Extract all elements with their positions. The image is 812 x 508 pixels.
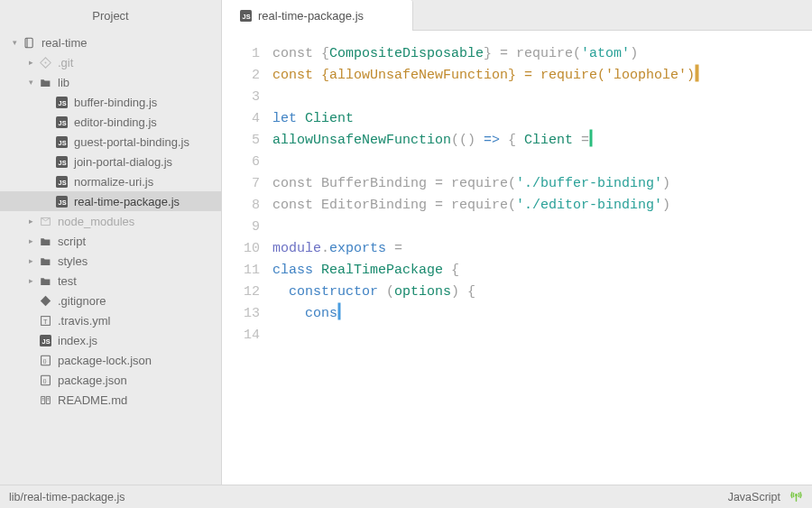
svg-text:JS: JS [58,198,66,206]
token: let [272,111,305,126]
tree-item--git[interactable]: ▸.git [0,52,221,72]
svg-text:JS: JS [58,158,66,166]
token: module [272,241,321,256]
chevron-down-icon[interactable]: ▾ [25,78,36,87]
project-sidebar: Project ▾real-time▸.git▾libJSbuffer-bind… [0,0,222,485]
tree-item-test[interactable]: ▸test [0,271,221,291]
tab-title: real-time-package.js [258,9,364,23]
chevron-down-icon[interactable]: ▾ [9,38,20,47]
token: exports [329,241,386,256]
tree-item-buffer-binding-js[interactable]: JSbuffer-binding.js [0,92,221,112]
token: ( [386,284,394,300]
token: ) [662,198,670,213]
tree-item-label: real-time-package.js [74,195,180,208]
tree-item-guest-portal-binding-js[interactable]: JSguest-portal-binding.js [0,132,221,152]
status-bar: lib/real-time-package.js JavaScript [0,485,812,508]
travis-icon: T [38,313,52,328]
code-line[interactable]: module.exports = [272,238,812,260]
token: RealTimePackage [321,263,443,278]
token: (() [451,133,484,148]
tree-item-label: README.md [58,393,127,407]
line-number: 9 [222,217,260,238]
chevron-right-icon[interactable]: ▸ [25,256,36,265]
token: require [516,46,573,61]
tree-item-real-time[interactable]: ▾real-time [0,32,221,52]
folder-icon [38,75,52,89]
cursor-blue [338,303,340,319]
code-line[interactable]: let Client [272,108,812,130]
token: Client [305,111,354,126]
code-line[interactable] [272,87,812,108]
tree-item-script[interactable]: ▸script [0,231,221,251]
teletype-icon[interactable] [789,489,803,505]
code-lines[interactable]: const {CompositeDisposable} = require('a… [272,43,812,485]
js-icon: JS [54,115,69,129]
tree-item--gitignore[interactable]: .gitignore [0,291,221,310]
code-editor[interactable]: 1234567891011121314 const {CompositeDisp… [222,31,812,485]
tree-item-label: editor-binding.js [74,115,157,129]
js-icon: JS [54,134,69,149]
code-line[interactable] [272,217,812,238]
tree-item-label: .gitignore [58,294,106,308]
tree-item-lib[interactable]: ▾lib [0,72,221,92]
tab-active[interactable]: JS real-time-package.js [222,0,413,31]
tree-item-readme-md[interactable]: README.md [0,390,221,410]
token: => [484,133,500,148]
svg-point-2 [44,61,46,63]
token: = [386,241,402,256]
code-line[interactable] [272,325,812,346]
code-line[interactable]: const {allowUnsafeNewFunction} = require… [272,65,812,87]
tree-item-index-js[interactable]: JSindex.js [0,330,221,350]
token: const [272,46,321,61]
code-line[interactable]: const EditorBinding = require('./editor-… [272,195,812,217]
tree-item-node-modules[interactable]: ▸node_modules [0,211,221,231]
tree-item-join-portal-dialog-js[interactable]: JSjoin-portal-dialog.js [0,152,221,171]
svg-point-30 [795,494,798,496]
svg-text:{}: {} [42,377,46,383]
tree-item-label: node_modules [58,215,134,228]
chevron-right-icon[interactable]: ▸ [25,217,36,226]
code-line[interactable]: const {CompositeDisposable} = require('a… [272,43,812,65]
token: ) [662,176,670,191]
line-number: 13 [222,303,260,325]
line-number: 10 [222,238,260,260]
js-icon: JS [54,154,69,169]
js-icon: JS [54,194,69,208]
tab-bar[interactable]: JS real-time-package.js [222,0,812,31]
tree-item-package-lock-json[interactable]: {}package-lock.json [0,350,221,370]
line-number: 14 [222,325,260,346]
svg-rect-0 [25,38,32,48]
tree-item-label: package.json [58,374,127,387]
token: const [272,176,321,191]
line-number: 4 [222,108,260,130]
line-number: 11 [222,260,260,282]
token: './editor-binding' [516,198,662,213]
gutter: 1234567891011121314 [222,43,272,485]
code-line[interactable]: const BufferBinding = require('./buffer-… [272,173,812,195]
code-line[interactable]: constructor (options) { [272,282,812,303]
tree-item-editor-binding-js[interactable]: JSeditor-binding.js [0,112,221,132]
code-line[interactable]: allowUnsafeNewFunction(() => { Client = [272,130,812,152]
token: } = [484,46,516,61]
svg-text:JS: JS [58,118,66,126]
code-line[interactable]: cons [272,303,812,325]
status-language[interactable]: JavaScript [728,491,780,503]
code-line[interactable]: class RealTimePackage { [272,260,812,282]
file-tree[interactable]: ▾real-time▸.git▾libJSbuffer-binding.jsJS… [0,31,221,485]
token: allowUnsafeNewFunction [272,133,451,148]
token: = [573,133,589,148]
chevron-right-icon[interactable]: ▸ [25,58,36,67]
code-line[interactable] [272,152,812,173]
tree-item-real-time-package-js[interactable]: JSreal-time-package.js [0,191,221,211]
chevron-right-icon[interactable]: ▸ [25,276,36,285]
token: 'loophole' [605,68,687,83]
tree-item-label: package-lock.json [58,354,152,367]
tree-item-label: buffer-binding.js [74,96,157,109]
tree-item-normalize-uri-js[interactable]: JSnormalize-uri.js [0,171,221,191]
tree-item-label: real-time [42,36,88,50]
tree-item--travis-yml[interactable]: T.travis.yml [0,310,221,330]
tree-item-package-json[interactable]: {}package.json [0,370,221,390]
chevron-right-icon[interactable]: ▸ [25,236,36,245]
folder-icon [38,234,52,248]
tree-item-styles[interactable]: ▸styles [0,251,221,271]
